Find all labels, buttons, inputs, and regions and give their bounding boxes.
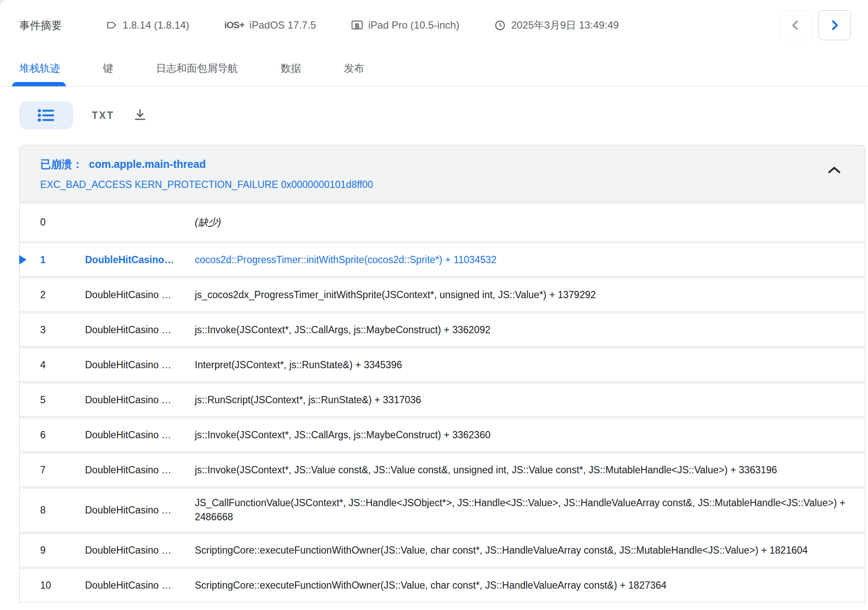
frame-function: js::RunScript(JSContext*, js::RunState&)…: [195, 393, 853, 407]
stack-frame-row[interactable]: 10 DoubleHitCasino … ScriptingCore::exec…: [19, 568, 865, 602]
crash-exception-detail: EXC_BAD_ACCESS KERN_PROTECTION_FAILURE 0…: [40, 179, 814, 191]
stack-frame-row[interactable]: 7 DoubleHitCasino … js::Invoke(JSContext…: [19, 453, 865, 487]
app-version-meta: 1.8.14 (1.8.14): [106, 19, 189, 31]
next-event-button[interactable]: [818, 10, 851, 40]
frame-number: 10: [40, 580, 85, 591]
frame-function: js::Invoke(JSContext*, JS::CallArgs, js:…: [195, 323, 853, 337]
chevron-up-icon: [827, 166, 841, 174]
chevron-left-icon: [791, 20, 800, 31]
stack-frame-row[interactable]: 9 DoubleHitCasino … ScriptingCore::execu…: [19, 533, 865, 567]
event-nav: [779, 10, 851, 40]
frame-number: 5: [40, 394, 85, 406]
stack-frames: 0 (缺少) 1 DoubleHitCasino… cocos2d::Progr…: [19, 203, 865, 602]
crash-event-page: 事件摘要 1.8.14 (1.8.14) iOS+ iPadOS 17.7.5: [0, 0, 868, 610]
download-icon: [133, 108, 147, 123]
stack-frame-row[interactable]: 0 (缺少): [19, 203, 865, 242]
frame-function: JS_CallFunctionValue(JSContext*, JS::Han…: [195, 496, 853, 524]
selected-frame-marker-icon: [19, 255, 26, 264]
event-summary-header: 事件摘要 1.8.14 (1.8.14) iOS+ iPadOS 17.7.5: [0, 0, 868, 50]
frame-function: Interpret(JSContext*, js::RunState&) + 3…: [195, 358, 853, 372]
frame-function: js_cocos2dx_ProgressTimer_initWithSprite…: [195, 288, 853, 302]
frame-function: ScriptingCore::executeFunctionWithOwner(…: [195, 578, 853, 592]
frame-function: (缺少): [195, 215, 853, 229]
os-meta: iOS+ iPadOS 17.7.5: [224, 19, 316, 31]
frame-function[interactable]: cocos2d::ProgressTimer::initWithSprite(c…: [195, 253, 853, 267]
crashed-label: 已崩溃：: [40, 158, 83, 170]
frame-number: 0: [40, 217, 85, 228]
frame-module: DoubleHitCasino …: [85, 359, 195, 371]
frame-function: js::Invoke(JSContext*, JS::CallArgs, js:…: [195, 428, 853, 442]
device-meta: iPad Pro (10.5-inch): [351, 19, 459, 31]
frame-module: DoubleHitCasino …: [85, 429, 195, 441]
crash-title: 已崩溃：com.apple.main-thread: [40, 157, 814, 171]
chevron-right-icon: [830, 20, 839, 31]
tab-keys[interactable]: 键: [103, 50, 113, 86]
event-tabs: 堆栈轨迹 键 日志和面包屑导航 数据 发布: [0, 50, 868, 87]
frame-module: DoubleHitCasino …: [85, 545, 195, 556]
app-version-label: 1.8.14 (1.8.14): [123, 19, 189, 31]
frame-number: 2: [40, 289, 85, 301]
frame-function: ScriptingCore::executeFunctionWithOwner(…: [195, 543, 853, 557]
ios-icon: iOS+: [224, 20, 244, 31]
timestamp-label: 2025年3月9日 13:49:49: [511, 18, 619, 32]
clock-icon: [494, 20, 506, 31]
frame-number: 3: [40, 324, 85, 336]
stack-frame-row[interactable]: 1 DoubleHitCasino… cocos2d::ProgressTime…: [19, 243, 865, 277]
stack-frame-row[interactable]: 4 DoubleHitCasino … Interpret(JSContext*…: [19, 348, 865, 382]
page-title: 事件摘要: [19, 18, 62, 32]
frame-number: 4: [40, 359, 85, 371]
frame-number: 9: [40, 545, 85, 556]
frame-module: DoubleHitCasino …: [85, 580, 195, 591]
tab-release[interactable]: 发布: [344, 50, 364, 86]
frame-module: DoubleHitCasino…: [85, 254, 195, 266]
crashed-thread-name: com.apple.main-thread: [89, 158, 206, 170]
collapse-thread-button[interactable]: [827, 166, 841, 174]
device-label: iPad Pro (10.5-inch): [368, 19, 459, 31]
list-view-toggle-button[interactable]: [19, 101, 73, 129]
os-label: iPadOS 17.7.5: [249, 19, 316, 31]
frame-module: DoubleHitCasino …: [85, 289, 195, 301]
version-tag-icon: [106, 20, 117, 31]
txt-view-button[interactable]: TXT: [92, 110, 114, 121]
frame-number: 1: [40, 254, 85, 266]
download-button[interactable]: [133, 108, 147, 123]
frame-function: js::Invoke(JSContext*, JS::Value const&,…: [195, 463, 853, 477]
trace-toolbar: TXT: [19, 101, 868, 129]
bulleted-list-icon: [37, 108, 55, 123]
frame-module: DoubleHitCasino …: [85, 394, 195, 406]
frame-number: 7: [40, 464, 85, 476]
tab-data[interactable]: 数据: [281, 50, 301, 86]
device-icon: [351, 20, 363, 31]
stack-frame-row[interactable]: 6 DoubleHitCasino … js::Invoke(JSContext…: [19, 418, 865, 452]
timestamp-meta: 2025年3月9日 13:49:49: [494, 18, 619, 32]
tab-logs-breadcrumbs[interactable]: 日志和面包屑导航: [156, 50, 238, 86]
tab-stack-trace[interactable]: 堆栈轨迹: [19, 50, 60, 86]
frame-module: DoubleHitCasino …: [85, 504, 195, 516]
frame-number: 6: [40, 429, 85, 441]
stack-frame-row[interactable]: 2 DoubleHitCasino … js_cocos2dx_Progress…: [19, 278, 865, 312]
frame-number: 8: [40, 504, 85, 516]
stack-frame-row[interactable]: 5 DoubleHitCasino … js::RunScript(JSCont…: [19, 383, 865, 417]
crash-summary-card: 已崩溃：com.apple.main-thread EXC_BAD_ACCESS…: [19, 145, 865, 202]
frame-module: DoubleHitCasino …: [85, 324, 195, 336]
stack-frame-row[interactable]: 3 DoubleHitCasino … js::Invoke(JSContext…: [19, 313, 865, 347]
frame-module: DoubleHitCasino …: [85, 464, 195, 476]
stack-frame-row[interactable]: 8 DoubleHitCasino … JS_CallFunctionValue…: [19, 488, 865, 532]
previous-event-button[interactable]: [779, 10, 812, 40]
